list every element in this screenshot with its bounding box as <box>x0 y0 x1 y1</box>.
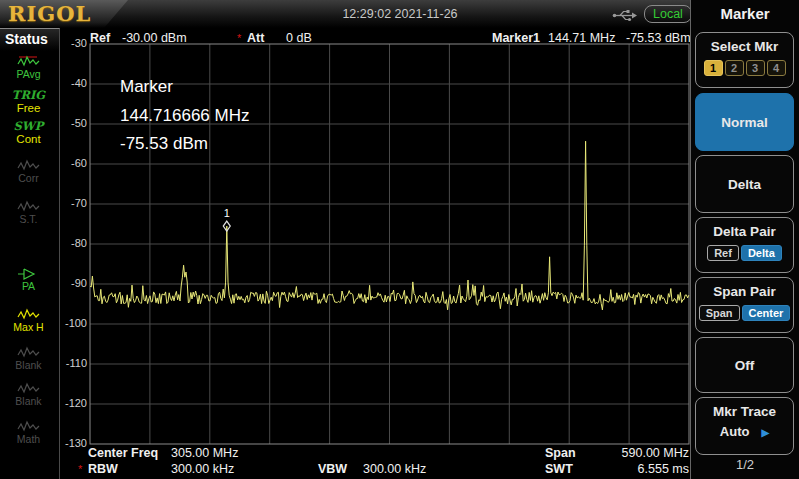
footer-row-1: Center Freq 305.00 MHz Span 590.00 MHz <box>60 446 690 461</box>
chip-1[interactable]: 1 <box>704 60 723 76</box>
y-axis-tick-label: -120 <box>60 397 87 409</box>
status-label: PAvg <box>0 69 57 80</box>
select-mkr-label: Select Mkr <box>696 39 793 54</box>
normal-label: Normal <box>721 115 768 130</box>
rbw-manual-asterisk-icon: * <box>78 463 82 475</box>
mkr-trace-value: Auto <box>720 424 750 439</box>
center-freq-value: 305.00 MHz <box>171 446 238 460</box>
graph-area: 1 -30-40-50-60-70-80-90-100-110-120-130 … <box>60 28 690 479</box>
y-axis-tick-label: -60 <box>60 157 87 169</box>
y-axis-tick-label: -80 <box>60 237 87 249</box>
status-item-blank2: Blank <box>0 382 57 407</box>
max-hold-waveform-icon <box>17 308 41 322</box>
chip-center[interactable]: Center <box>742 305 791 321</box>
att-value: 0 dB <box>286 31 312 45</box>
swt-value: 6.555 ms <box>560 462 689 476</box>
status-label: Blank <box>0 396 57 407</box>
measurement-header-row: Ref -30.00 dBm * Att 0 dB Marker1 144.71… <box>60 31 690 45</box>
delta-pair-button[interactable]: Delta Pair RefDelta <box>695 217 794 273</box>
marker-number-label: 1 <box>224 207 230 219</box>
span-value: 590.00 MHz <box>560 446 689 460</box>
status-label: S.T. <box>0 214 57 225</box>
vbw-label: VBW <box>318 462 347 476</box>
rbw-value: 300.00 kHz <box>171 462 234 476</box>
datetime-display: 12:29:02 2021-11-26 <box>295 7 505 21</box>
math-waveform-icon <box>17 420 41 434</box>
spectrum-analyzer-screen: RIGOL 12:29:02 2021-11-26 Local Status P… <box>0 0 799 479</box>
y-axis-tick-label: -70 <box>60 197 87 209</box>
marker-menu-panel: Marker Select Mkr 1234 Normal Delta Delt… <box>690 0 799 479</box>
status-tag: SWP <box>0 120 57 133</box>
mkr-trace-label: Mkr Trace <box>696 404 793 419</box>
vbw-value: 300.00 kHz <box>363 462 426 476</box>
status-item-trig: TRIGFree <box>0 89 57 115</box>
annotation-ampl: -75.53 dBm <box>120 130 249 159</box>
span-pair-label: Span Pair <box>696 284 793 299</box>
delta-button[interactable]: Delta <box>695 155 794 213</box>
status-item-math: Math <box>0 420 57 445</box>
marker-number-chips: 1234 <box>696 58 793 76</box>
status-label: PA <box>0 281 57 292</box>
status-item-corr: Corr <box>0 159 57 184</box>
status-item-st: S.T. <box>0 200 57 225</box>
y-axis-tick-label: -40 <box>60 77 87 89</box>
status-item-maxh: Max H <box>0 308 57 333</box>
chip-ref[interactable]: Ref <box>707 245 739 261</box>
chip-span[interactable]: Span <box>699 305 740 321</box>
status-tag: TRIG <box>0 89 57 102</box>
correction-waveform-icon <box>17 159 41 173</box>
top-bar: RIGOL 12:29:02 2021-11-26 Local <box>0 0 690 28</box>
delta-pair-label: Delta Pair <box>696 224 793 239</box>
ref-value: -30.00 dBm <box>122 31 187 45</box>
select-mkr-button[interactable]: Select Mkr 1234 <box>695 32 794 88</box>
waveform-icon <box>17 382 41 396</box>
off-label: Off <box>735 358 755 373</box>
rbw-label: RBW <box>88 462 118 476</box>
status-label: Math <box>0 434 57 445</box>
annotation-title: Marker <box>120 73 249 102</box>
rigol-logo: RIGOL <box>8 1 91 26</box>
rms-average-waveform-icon <box>17 55 41 69</box>
marker-readout-freq: 144.71 MHz <box>548 31 615 45</box>
att-manual-asterisk-icon: * <box>237 32 241 44</box>
submenu-arrow-icon: ▶ <box>761 427 769 438</box>
span-pair-chips: SpanCenter <box>696 303 793 321</box>
chip-3[interactable]: 3 <box>746 60 765 76</box>
status-item-blank1: Blank <box>0 346 57 371</box>
chip-delta[interactable]: Delta <box>741 245 782 261</box>
mkr-trace-value-row: Auto▶ <box>696 424 793 439</box>
menu-page-indicator: 1/2 <box>691 457 799 472</box>
status-label: Cont <box>0 133 57 146</box>
status-sidebar: Status PAvgTRIGFreeSWPContCorrS.T.PAMax … <box>0 28 60 479</box>
chip-4[interactable]: 4 <box>767 60 786 76</box>
status-label: Blank <box>0 360 57 371</box>
marker-readout-ampl: -75.53 dBm <box>626 31 691 45</box>
chip-2[interactable]: 2 <box>725 60 744 76</box>
mkr-trace-button[interactable]: Mkr Trace Auto▶ <box>695 397 794 455</box>
y-axis-tick-label: -100 <box>60 317 87 329</box>
local-mode-badge: Local <box>644 5 692 23</box>
status-item-pavg: PAvg <box>0 55 57 80</box>
footer-row-2: * RBW 300.00 kHz VBW 300.00 kHz SWT 6.55… <box>60 462 690 477</box>
att-label: Att <box>247 31 264 45</box>
waveform-icon <box>17 346 41 360</box>
status-label: Corr <box>0 173 57 184</box>
sidebar-title: Status <box>0 29 59 51</box>
off-button[interactable]: Off <box>695 337 794 393</box>
delta-pair-chips: RefDelta <box>696 243 793 261</box>
span-pair-button[interactable]: Span Pair SpanCenter <box>695 277 794 333</box>
center-freq-label: Center Freq <box>88 446 158 460</box>
status-item-pa: PA <box>0 267 57 292</box>
normal-button[interactable]: Normal <box>695 93 794 151</box>
marker-annotation: Marker 144.716666 MHz -75.53 dBm <box>120 73 249 159</box>
preamp-icon <box>17 267 41 281</box>
status-item-swp: SWPCont <box>0 120 57 146</box>
y-axis-tick-label: -90 <box>60 277 87 289</box>
y-axis-tick-label: -50 <box>60 117 87 129</box>
delta-label: Delta <box>728 177 761 192</box>
status-label: Free <box>0 102 57 115</box>
sweep-time-waveform-icon <box>17 200 41 214</box>
status-label: Max H <box>0 322 57 333</box>
menu-title: Marker <box>691 5 799 22</box>
y-axis-tick-label: -110 <box>60 357 87 369</box>
